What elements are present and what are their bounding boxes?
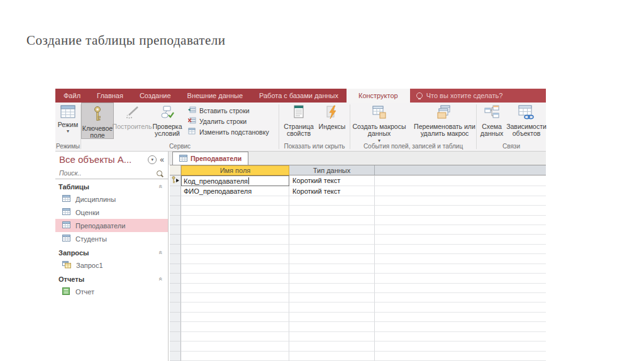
empty-grid-row[interactable]: [170, 264, 546, 274]
tab-file[interactable]: Файл: [55, 89, 89, 103]
nav-group-reports-label: Отчеты: [58, 275, 84, 283]
ribbon-group-show-hide: Страница свойств Индексы Показать или ск…: [279, 103, 350, 151]
group-label-events: События полей, записей и таблиц: [350, 142, 476, 151]
property-sheet-icon: [292, 105, 305, 122]
insert-rows-button[interactable]: Вставить строки: [188, 106, 269, 114]
nav-item-label: Запрос1: [76, 262, 103, 269]
property-sheet-label: Страница свойств: [281, 123, 316, 138]
modify-lookups-button[interactable]: Изменить подстановку: [188, 128, 269, 136]
views-button-label: Режим: [58, 121, 78, 129]
field-name-cell-active[interactable]: Код_преподавателя: [181, 175, 289, 186]
tools-small-buttons: Вставить строки Удалить строки Изменить …: [184, 103, 272, 136]
create-data-macros-label: Создать макросы данных: [350, 123, 408, 138]
empty-grid-row[interactable]: [170, 225, 546, 235]
nav-item-label: Отчет: [75, 288, 94, 296]
data-type-cell[interactable]: Короткий текст: [289, 175, 375, 186]
nav-item-table-disciplines[interactable]: Дисциплины: [55, 192, 168, 206]
insert-rows-label: Вставить строки: [199, 107, 250, 114]
field-row: ФИО_преподавателя Короткий текст: [170, 186, 546, 196]
tab-home[interactable]: Главная: [89, 89, 131, 103]
relationships-button[interactable]: Схема данных: [477, 103, 507, 139]
empty-grid-row[interactable]: [170, 303, 546, 312]
data-type-header[interactable]: Тип данных: [289, 165, 375, 175]
empty-grid-row[interactable]: [170, 352, 546, 361]
field-name-cell[interactable]: ФИО_преподавателя: [181, 186, 289, 196]
macro-tables-icon: [436, 105, 453, 122]
delete-rows-label: Удалить строки: [199, 118, 247, 125]
text-cursor: [248, 177, 249, 184]
description-cell[interactable]: [375, 175, 546, 186]
tab-design-active[interactable]: Конструктор: [347, 89, 410, 103]
tab-database-tools[interactable]: Работа с базами данных: [251, 89, 347, 103]
lightning-icon: [326, 105, 338, 122]
relationships-icon: [484, 105, 500, 122]
modify-lookups-label: Изменить подстановку: [199, 128, 269, 136]
row-selector[interactable]: [170, 186, 181, 196]
create-data-macros-button[interactable]: Создать макросы данных ▾: [350, 103, 408, 139]
empty-grid-row[interactable]: [170, 196, 546, 206]
nav-item-query-1[interactable]: Запрос1: [55, 258, 168, 272]
nav-item-table-teachers-selected[interactable]: Преподаватели: [55, 219, 168, 232]
collapse-pane-icon[interactable]: «: [160, 155, 164, 164]
tab-create[interactable]: Создание: [131, 89, 179, 103]
nav-item-table-grades[interactable]: Оценки: [55, 206, 168, 219]
rename-delete-macro-button[interactable]: Переименовать или удалить макрос: [413, 103, 476, 139]
tell-me-box[interactable]: Что вы хотите сделать?: [410, 89, 546, 103]
table-design-grid: Имя поля Тип данных Код_преподавателя Ко…: [169, 165, 546, 361]
empty-grid-row[interactable]: [170, 284, 546, 293]
empty-grid-row[interactable]: [170, 313, 546, 322]
page-title: Создание таблицы преподаватели: [26, 33, 226, 48]
grid-corner-cell[interactable]: [170, 165, 181, 175]
nav-item-table-students[interactable]: Студенты: [55, 232, 168, 245]
chevron-up-icon: «: [158, 185, 165, 189]
table-icon: [62, 221, 70, 230]
indexes-button[interactable]: Индексы: [316, 103, 348, 139]
empty-grid-row[interactable]: [170, 342, 546, 351]
nav-group-tables[interactable]: Таблицы «: [55, 179, 168, 192]
primary-key-button[interactable]: Ключевое поле: [81, 103, 114, 139]
test-validation-rules-button[interactable]: Проверка условий: [150, 103, 184, 139]
search-input[interactable]: [59, 169, 154, 177]
row-selector[interactable]: [170, 175, 181, 186]
field-name-header[interactable]: Имя поля: [181, 165, 289, 175]
empty-grid-row[interactable]: [170, 206, 546, 215]
nav-group-tables-label: Таблицы: [58, 183, 89, 191]
object-dependencies-button[interactable]: Зависимости объектов: [507, 103, 546, 139]
empty-grid-row[interactable]: [170, 216, 546, 225]
property-sheet-button[interactable]: Страница свойств: [281, 103, 316, 139]
data-type-cell[interactable]: Короткий текст: [289, 186, 375, 196]
table-icon: [179, 155, 187, 163]
empty-grid-row[interactable]: [170, 235, 546, 244]
empty-grid-row[interactable]: [170, 332, 546, 342]
chevron-up-icon: «: [158, 277, 165, 281]
empty-grid-row[interactable]: [170, 293, 546, 303]
access-window: Файл Главная Создание Внешние данные Раб…: [55, 89, 546, 361]
group-label-relationships: Связи: [477, 142, 546, 151]
group-label-show-hide: Показать или скрыть: [279, 142, 350, 151]
tab-external-data[interactable]: Внешние данные: [179, 89, 251, 103]
empty-grid-row[interactable]: [170, 245, 546, 254]
ribbon-group-views: Режим ▾ Режимы: [55, 103, 80, 151]
nav-menu-icon[interactable]: ▾: [148, 155, 157, 164]
nav-pane-title[interactable]: Все объекты A...: [59, 154, 145, 165]
nav-group-reports[interactable]: Отчеты «: [55, 272, 168, 285]
ribbon: Режим ▾ Режимы Ключевое поле: [55, 103, 546, 152]
empty-grid-row[interactable]: [170, 274, 546, 283]
description-cell[interactable]: [375, 186, 546, 196]
empty-grid-row[interactable]: [170, 322, 546, 331]
nav-group-queries[interactable]: Запросы «: [55, 245, 168, 258]
document-tab-teachers[interactable]: Преподаватели: [172, 152, 248, 165]
group-label-tools: Сервис: [81, 142, 279, 151]
nav-item-report-1[interactable]: Отчет: [55, 285, 168, 298]
query-icon: [62, 261, 71, 270]
description-header[interactable]: [375, 165, 546, 175]
datasheet-view-icon: [60, 105, 75, 120]
search-icon[interactable]: [157, 170, 162, 176]
nav-group-queries-label: Запросы: [58, 249, 89, 257]
views-button[interactable]: Режим ▾: [56, 103, 80, 139]
lightbulb-icon: [416, 92, 423, 99]
empty-grid-row[interactable]: [170, 254, 546, 264]
navigation-pane: Все объекты A... ▾ « Таблицы « Дисциплин…: [55, 152, 169, 361]
delete-rows-button[interactable]: Удалить строки: [188, 117, 269, 125]
rename-delete-macro-label: Переименовать или удалить макрос: [413, 123, 476, 138]
